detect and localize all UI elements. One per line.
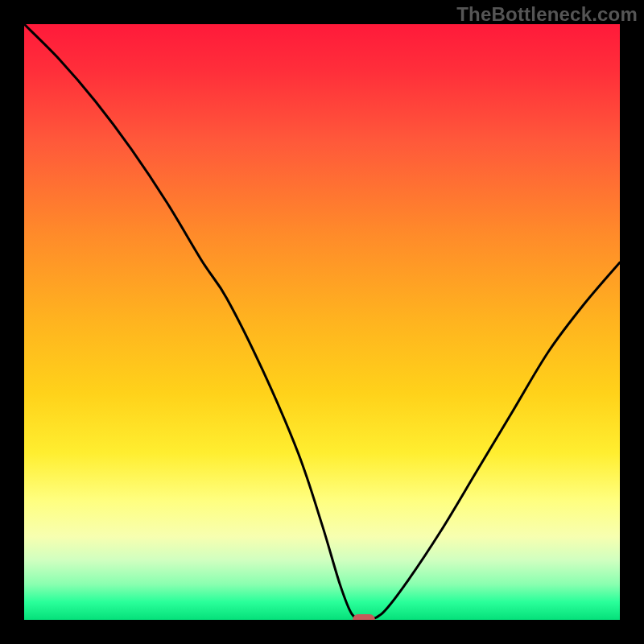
plot-area	[24, 24, 620, 620]
bottleneck-curve-path	[24, 24, 620, 620]
chart-frame: TheBottleneck.com	[0, 0, 644, 644]
curve-svg	[24, 24, 620, 620]
minimum-marker	[353, 614, 375, 620]
watermark-text: TheBottleneck.com	[456, 3, 638, 26]
